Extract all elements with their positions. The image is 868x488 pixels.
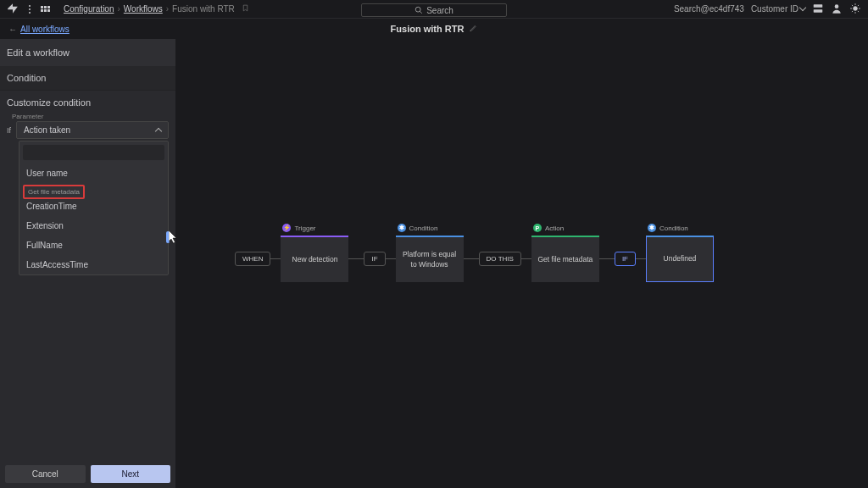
connector	[386, 258, 396, 259]
sidebar-footer: Cancel Next	[0, 460, 175, 488]
condition-node-2[interactable]: Undefined	[646, 236, 714, 282]
if-pill-2: IF	[615, 252, 636, 266]
condition-label-2: ✱ Condition	[648, 224, 688, 232]
connector	[636, 258, 646, 259]
svg-rect-3	[814, 9, 823, 13]
sidebar-customize-title: Customize condition	[0, 90, 175, 111]
when-pill: WHEN	[235, 252, 270, 266]
customer-id-label[interactable]: Customer ID	[751, 4, 805, 14]
page-title: Fusion with RTR	[391, 24, 478, 34]
user-icon[interactable]	[831, 3, 843, 16]
topbar-left: Configuration › Workflows › Fusion with …	[7, 3, 249, 16]
svg-line-12	[852, 10, 853, 11]
workflow-flow: WHEN ⚡ Trigger New detection IF ✱ Condit…	[235, 236, 714, 282]
next-button[interactable]: Next	[91, 465, 171, 483]
topbar-right: Search@ec4df743 Customer ID	[674, 3, 861, 16]
condition-label: ✱ Condition	[398, 224, 438, 232]
theme-icon[interactable]	[849, 3, 861, 16]
chevron-up-icon	[155, 127, 162, 134]
dropdown-group-header: Get file metadata	[23, 185, 85, 199]
trigger-node-wrap: ⚡ Trigger New detection	[281, 236, 348, 282]
scrollbar-thumb[interactable]	[166, 231, 170, 243]
connector	[348, 258, 364, 259]
trigger-dot-icon: ⚡	[282, 224, 291, 232]
connector	[270, 258, 281, 259]
cancel-button[interactable]: Cancel	[5, 465, 86, 483]
breadcrumb-sep: ›	[117, 4, 120, 14]
breadcrumb-current: Fusion with RTR	[172, 4, 235, 14]
svg-line-11	[858, 10, 859, 11]
back-link[interactable]: ← All workflows	[8, 25, 70, 34]
action-dot-icon: P	[533, 224, 542, 232]
condition-node-2-wrap: ✱ Condition Undefined	[646, 236, 714, 282]
dothis-pill: DO THIS	[479, 252, 521, 266]
condition-node-wrap: ✱ Condition Platform is equal to Windows	[396, 236, 464, 282]
sidebar-condition-title: Condition	[0, 66, 175, 90]
menu-dots-icon[interactable]	[29, 5, 31, 14]
if-pill: IF	[364, 252, 385, 266]
account-label[interactable]: Search@ec4df743	[674, 4, 744, 14]
topbar: Configuration › Workflows › Fusion with …	[0, 0, 868, 19]
action-label: P Action	[533, 224, 564, 232]
connector	[464, 258, 479, 259]
condition-node-1[interactable]: Platform is equal to Windows	[396, 236, 464, 282]
if-label: If	[7, 126, 11, 135]
parameter-label: Parameter	[0, 111, 175, 121]
workflow-canvas[interactable]: WHEN ⚡ Trigger New detection IF ✱ Condit…	[175, 39, 868, 488]
condition-dot-icon: ✱	[648, 224, 656, 232]
subheader: ← All workflows Fusion with RTR	[0, 19, 868, 39]
apps-grid-icon[interactable]	[41, 6, 50, 12]
parameter-selected: Action taken	[24, 125, 70, 135]
parameter-dropdown[interactable]: User name Get file metadata CreationTime…	[19, 141, 169, 275]
parameter-select[interactable]: Action taken	[16, 121, 169, 139]
parameter-row: If Action taken	[0, 121, 175, 139]
edit-icon[interactable]	[469, 24, 477, 34]
main: Edit a workflow Condition Customize cond…	[0, 39, 868, 488]
svg-rect-2	[814, 4, 823, 8]
sidebar-edit-title: Edit a workflow	[0, 39, 175, 66]
server-icon[interactable]	[812, 3, 824, 16]
dropdown-item-fullname[interactable]: FullName	[19, 236, 168, 255]
trigger-label: ⚡ Trigger	[282, 224, 315, 232]
dropdown-item-extension[interactable]: Extension	[19, 216, 168, 236]
svg-line-1	[420, 11, 422, 14]
trigger-node[interactable]: New detection	[281, 236, 348, 282]
connector	[599, 258, 615, 259]
search-placeholder: Search	[426, 6, 453, 15]
back-arrow-icon: ←	[8, 25, 17, 34]
logo-icon[interactable]	[7, 3, 19, 16]
svg-point-5	[854, 6, 858, 10]
breadcrumb: Configuration › Workflows › Fusion with …	[64, 4, 249, 14]
svg-point-4	[835, 4, 839, 8]
bookmark-icon[interactable]	[242, 4, 249, 14]
breadcrumb-configuration[interactable]: Configuration	[64, 4, 114, 14]
chevron-down-icon	[799, 4, 806, 11]
breadcrumb-sep: ›	[166, 4, 169, 14]
dropdown-item-lastaccesstime[interactable]: LastAccessTime	[19, 255, 168, 274]
sidebar: Edit a workflow Condition Customize cond…	[0, 39, 175, 488]
search-input[interactable]: Search	[361, 3, 507, 17]
svg-point-0	[415, 7, 420, 12]
connector	[521, 258, 531, 259]
action-node[interactable]: Get file metadata	[531, 236, 599, 282]
dropdown-item-username[interactable]: User name	[19, 164, 168, 183]
action-node-wrap: P Action Get file metadata	[531, 236, 599, 282]
all-workflows-link[interactable]: All workflows	[20, 25, 70, 34]
dropdown-item-creationtime[interactable]: CreationTime	[19, 201, 168, 216]
svg-line-13	[858, 4, 859, 5]
svg-line-10	[852, 4, 853, 5]
dropdown-search-input[interactable]	[23, 145, 164, 160]
breadcrumb-workflows[interactable]: Workflows	[124, 4, 163, 14]
condition-dot-icon: ✱	[398, 224, 406, 232]
search-icon	[415, 6, 423, 14]
